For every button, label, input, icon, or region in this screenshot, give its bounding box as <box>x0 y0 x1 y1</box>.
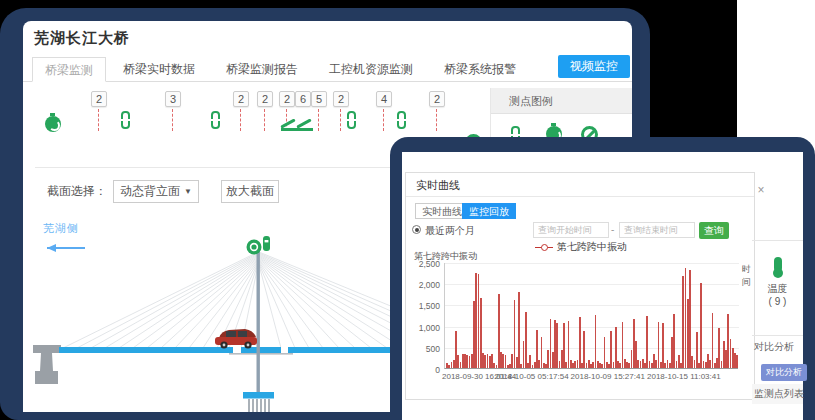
tab-0[interactable]: 桥梁监测 <box>32 57 106 82</box>
sensor-link-icon[interactable] <box>347 111 356 129</box>
x-tick-label: 2018-10-09 15:27:41 <box>571 372 645 381</box>
section-select-row: 截面选择： 动态背立面 ▼ 放大截面 <box>47 179 279 203</box>
chart-bar <box>579 317 581 368</box>
sensor-count-badge: 2 <box>257 91 273 107</box>
chart-bars <box>446 262 738 368</box>
dotted-line <box>240 109 241 131</box>
tab-1[interactable]: 桥梁实时数据 <box>111 57 207 82</box>
divider <box>752 240 803 241</box>
tab-monitor-playback[interactable]: 监控回放 <box>462 203 516 219</box>
sensor-count-badge: 2 <box>91 91 107 107</box>
x-tick-label: 2018-10-15 11:03:41 <box>647 372 721 381</box>
sensor-count-badge: 3 <box>165 91 181 107</box>
y-tick-label: 500 <box>410 344 440 354</box>
expansion-joint-icon[interactable] <box>279 117 315 131</box>
sensor-count-badge: 2 <box>279 91 295 107</box>
sensor-count-badge: 5 <box>311 91 327 107</box>
car-illustration <box>215 329 257 349</box>
temperature-count: ( 9 ) <box>752 296 803 307</box>
tab-4[interactable]: 桥梁系统报警 <box>432 57 528 82</box>
chart-bar <box>518 292 520 368</box>
chart-bar <box>646 316 648 368</box>
end-time-input[interactable] <box>619 222 695 238</box>
sensor-link-icon[interactable] <box>397 111 406 129</box>
temperature-block[interactable]: 温度 ( 9 ) <box>752 257 803 307</box>
chart-bar <box>700 283 702 368</box>
temperature-label: 温度 <box>752 282 803 296</box>
y-tick-label: 1,500 <box>410 301 440 311</box>
x-tick-label: 2018-10-05 05:17:54 <box>494 372 568 381</box>
tab-bar: 桥梁监测桥梁实时数据桥梁监测报告工控机资源监测桥梁系统报警 视频监控 <box>23 57 632 82</box>
video-monitor-button[interactable]: 视频监控 <box>558 55 630 78</box>
chart-bar <box>712 313 714 368</box>
thermometer-icon <box>774 257 782 272</box>
monitor-point-list-label: 监测点列表 <box>752 384 803 404</box>
dotted-line <box>98 109 99 131</box>
dotted-line <box>383 109 384 131</box>
y-tick-label: 2,500 <box>410 259 440 269</box>
section-select-value: 动态背立面 <box>120 183 180 200</box>
tab-3[interactable]: 工控机资源监测 <box>317 57 425 82</box>
dotted-line <box>436 109 437 131</box>
realtime-curve-panel: 实时曲线 实时曲线图 监控回放 最近两个月 - 查询 第七跨跨中振动 第七跨跨中… <box>405 172 755 400</box>
chart-bar <box>736 355 738 368</box>
chart-bar <box>595 315 597 368</box>
panel-title: 实时曲线 <box>406 173 754 197</box>
sensor-count-badge: 2 <box>429 91 445 107</box>
modal-content: × 实时曲线 实时曲线图 监控回放 最近两个月 - 查询 第七跨跨中振动 第七跨… <box>402 152 803 420</box>
anemometer-icon[interactable] <box>45 116 61 132</box>
sensor-link-icon[interactable] <box>211 111 220 129</box>
dotted-line <box>318 109 319 131</box>
y-tick-label: 1,000 <box>410 323 440 333</box>
start-time-input[interactable] <box>533 222 609 238</box>
chevron-down-icon: ▼ <box>184 187 192 196</box>
tab-2[interactable]: 桥梁监测报告 <box>214 57 310 82</box>
query-controls: 最近两个月 - 查询 <box>406 222 754 240</box>
divider <box>752 335 803 336</box>
y-tick-label: 0 <box>410 365 440 375</box>
sensor-count-badge: 4 <box>376 91 392 107</box>
sensor-row: 2322265242 <box>23 91 483 139</box>
compare-analysis-label: 对比分析 <box>754 340 794 354</box>
sensor-count-badge: 2 <box>333 91 349 107</box>
chart-bar <box>673 314 675 368</box>
compare-analysis-button[interactable]: 对比分析 <box>761 364 807 381</box>
sensor-link-icon[interactable] <box>121 111 130 129</box>
legend-panel-title: 测点图例 <box>491 88 632 114</box>
chart-bar <box>689 270 691 368</box>
chart-bar <box>662 323 664 368</box>
date-separator: - <box>611 224 614 235</box>
sensor-count-badge: 6 <box>295 91 311 107</box>
dotted-line <box>264 109 265 131</box>
y-tick-label: 2,000 <box>410 280 440 290</box>
page-title: 芜湖长江大桥 <box>34 29 130 48</box>
chart-bar <box>525 312 527 368</box>
legend-marker-icon <box>535 247 553 248</box>
section-select-dropdown[interactable]: 动态背立面 ▼ <box>113 180 199 203</box>
chart-plot-area: 2,5002,0001,5001,0005000 2018-09-30 16:0… <box>444 263 738 369</box>
enlarge-section-button[interactable]: 放大截面 <box>221 180 279 203</box>
radio-last-two-months[interactable] <box>412 225 421 234</box>
dotted-line <box>172 109 173 131</box>
dotted-line <box>340 109 341 131</box>
sensor-count-badge: 2 <box>233 91 249 107</box>
background-sidebar: 温度 ( 9 ) 对比分析 对比分析 监测点列表 <box>752 152 803 420</box>
radio-label: 最近两个月 <box>425 224 475 238</box>
query-button[interactable]: 查询 <box>699 222 729 239</box>
section-select-label: 截面选择： <box>47 183 107 200</box>
